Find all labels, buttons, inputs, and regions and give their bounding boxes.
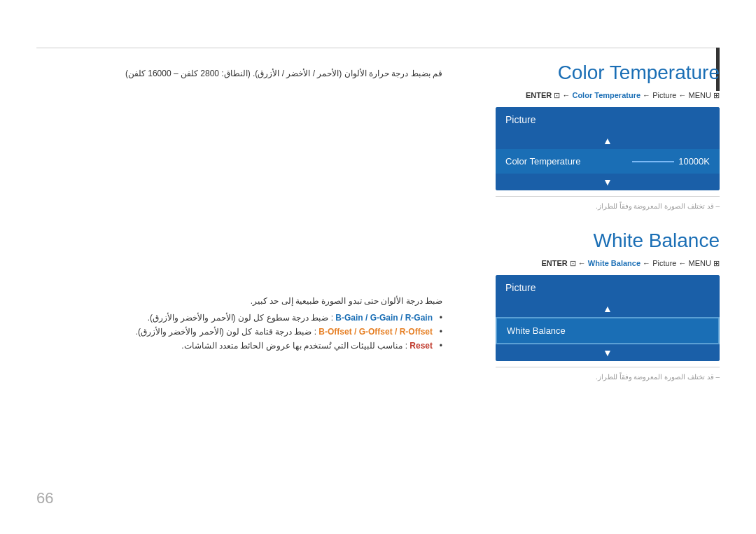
ct-picture-crumb: Picture [652, 91, 676, 99]
ct-arabic-description: قم بضبط درجة حرارة الألوان (الأحمر / الأ… [36, 69, 442, 78]
left-panel: قم بضبط درجة حرارة الألوان (الأحمر / الأ… [36, 48, 442, 498]
ct-active-crumb: Color Temperature [572, 91, 640, 99]
wb-bgain-desc: : ضبط درجة سطوع كل لون (الأحمر والأخضر و… [148, 313, 333, 323]
wb-enter-icon: ⊡ [570, 259, 576, 267]
ct-item-label: Color Temperature [505, 156, 580, 167]
wb-menu-box: Picture ▲ White Balance ▼ [496, 275, 720, 361]
wb-main-description: ضبط درجة الألوان حتى تبدو الصورة طبيعية … [36, 296, 442, 306]
ct-divider [496, 196, 720, 197]
wb-enter-label: ENTER [541, 259, 567, 267]
wb-down-arrow[interactable]: ▼ [496, 344, 720, 361]
wb-bullet-list: B-Gain / G-Gain / R-Gain : ضبط درجة سطوع… [36, 313, 442, 351]
ct-value-line [632, 161, 674, 162]
wb-picture-crumb: Picture [652, 259, 676, 267]
wb-active-crumb: White Balance [588, 259, 640, 267]
wb-bgain-label: B-Gain / G-Gain / R-Gain [335, 313, 433, 323]
wb-footnote: – قد تختلف الصورة المعروضة وفقاً للطراز. [496, 373, 720, 381]
wb-menu-icon: ⊞ [713, 259, 720, 267]
right-panel: Color Temperature ENTER ⊡ ← Color Temper… [496, 48, 720, 498]
wb-boffset-desc: : ضبط درجة قتامة كل لون (الأحمر والأخضر … [136, 327, 316, 337]
wb-menu-header: Picture [496, 275, 720, 300]
ct-item-value: 10000K [632, 156, 710, 167]
wb-arrow2: ← [643, 259, 652, 267]
wb-arrow3: ← [678, 259, 688, 267]
ct-arrow2: ← [643, 91, 652, 99]
ct-title: Color Temperature [496, 62, 720, 84]
ct-menu-item[interactable]: Color Temperature 10000K [496, 149, 720, 174]
wb-title: White Balance [496, 230, 720, 252]
wb-boffset-label: B-Offset / G-Offset / R-Offset [318, 327, 433, 337]
wb-reset-label: Reset [410, 341, 433, 351]
wb-menu-item[interactable]: White Balance [496, 317, 720, 344]
ct-enter-icon: ⊡ [554, 91, 560, 99]
ct-arrow1: ← [562, 91, 572, 99]
ct-menu-crumb: MENU [689, 91, 711, 99]
ct-section: Color Temperature ENTER ⊡ ← Color Temper… [496, 62, 720, 210]
ct-menu-icon: ⊞ [713, 91, 720, 99]
ct-menu-header: Picture [496, 107, 720, 132]
wb-section: White Balance ENTER ⊡ ← White Balance ← … [496, 230, 720, 381]
ct-enter-label: ENTER [526, 91, 552, 99]
ct-value-text: 10000K [678, 156, 710, 167]
ct-breadcrumb: ENTER ⊡ ← Color Temperature ← Picture ← … [496, 91, 720, 100]
wb-up-arrow[interactable]: ▲ [496, 300, 720, 317]
wb-reset-desc: : مناسب للبيئات التي تُستخدم بها عروض ال… [181, 341, 407, 351]
wb-bullet-reset: Reset : مناسب للبيئات التي تُستخدم بها ع… [36, 341, 442, 351]
ct-arrow3: ← [678, 91, 688, 99]
ct-footnote: – قد تختلف الصورة المعروضة وفقاً للطراز. [496, 202, 720, 210]
wb-bullet-boffset: B-Offset / G-Offset / R-Offset : ضبط درج… [36, 327, 442, 337]
wb-section-left: ضبط درجة الألوان حتى تبدو الصورة طبيعية … [36, 296, 442, 355]
wb-breadcrumb: ENTER ⊡ ← White Balance ← Picture ← MENU… [496, 259, 720, 268]
wb-arrow1: ← [578, 259, 588, 267]
wb-bullet-bgain: B-Gain / G-Gain / R-Gain : ضبط درجة سطوع… [36, 313, 442, 323]
wb-menu-crumb: MENU [689, 259, 711, 267]
ct-menu-box: Picture ▲ Color Temperature 10000K ▼ [496, 107, 720, 190]
wb-item-label: White Balance [507, 325, 566, 336]
wb-divider [496, 367, 720, 367]
ct-up-arrow[interactable]: ▲ [496, 132, 720, 149]
ct-down-arrow[interactable]: ▼ [496, 174, 720, 190]
